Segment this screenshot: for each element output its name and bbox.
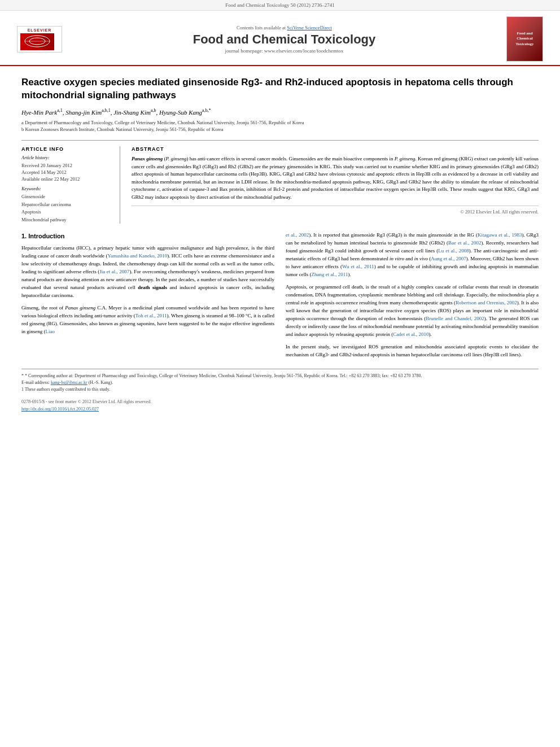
main-content: Reactive oxygen species mediated ginseno… xyxy=(0,66,560,423)
ref-liao[interactable]: Liao xyxy=(46,329,55,334)
death-signals-text: death signals xyxy=(138,285,167,290)
ref-yamashita[interactable]: Yamashita and Kaneko, 2010 xyxy=(107,253,167,259)
ref-zhang[interactable]: Zhang et al., 2011 xyxy=(312,272,348,277)
body-col-left: 1. Introduction Hepatocellular carcinoma… xyxy=(21,231,274,363)
top-bar: Food and Chemical Toxicology 50 (2012) 2… xyxy=(0,0,560,11)
article-info-abstract-section: ARTICLE INFO Article history: Received 2… xyxy=(21,140,539,224)
elsevier-text: ELSEVIER xyxy=(20,28,59,32)
affiliations: a Department of Pharmacology and Toxicol… xyxy=(21,119,539,134)
journal-header-center: Contents lists available at SciVerse Sci… xyxy=(62,25,506,54)
ref-wu[interactable]: Wu et al., 2011 xyxy=(342,264,374,269)
body-para-right-2: Apoptosis, or programmed cell death, is … xyxy=(286,283,539,339)
journal-title: Food and Chemical Toxicology xyxy=(62,32,506,47)
body-para-1: Hepatocellular carcinoma (HCC), a primar… xyxy=(21,244,274,300)
keyword-hepatocellular: Hepatocellular carcinoma xyxy=(21,201,112,209)
in-vitro: in vitro xyxy=(390,256,404,261)
body-col-right: et al., 2002). It is reported that ginse… xyxy=(286,231,539,363)
email-text: E-mail address: xyxy=(21,380,51,385)
ref-liao-et-al[interactable]: et al., 2002 xyxy=(286,232,309,238)
ref-robertson[interactable]: Robertson and Orrenius, 2002 xyxy=(456,300,517,305)
section1-title: 1. Introduction xyxy=(21,231,274,241)
copyright-text: © 2012 Elsevier Ltd. All rights reserved… xyxy=(132,206,539,215)
journal-thumbnail: Food andChemicalToxicology xyxy=(506,16,543,62)
ref-jia[interactable]: Jia et al., 2007 xyxy=(99,269,129,274)
corresponding-text: * Corresponding author at: Department of… xyxy=(25,373,422,378)
footnote-corresponding: * * Corresponding author at: Department … xyxy=(21,373,539,379)
email-link[interactable]: kang-hs@jbnu.ac.kr xyxy=(51,380,88,385)
body-text-section: 1. Introduction Hepatocellular carcinoma… xyxy=(21,231,539,363)
p-ginseng-2: P. ginseng xyxy=(395,156,415,161)
available-date: Available online 22 May 2012 xyxy=(21,176,112,182)
footer-issn: 0278-6915/$ - see front matter © 2012 El… xyxy=(21,399,539,406)
cytochrome-c: c xyxy=(157,186,159,192)
authors-line: Hye-Min Parka,1, Shang-jin Kima,b,1, Jin… xyxy=(21,108,539,116)
journal-citation: Food and Chemical Toxicology 50 (2012) 2… xyxy=(225,2,335,8)
p-ginseng-italic: P. ginseng xyxy=(166,156,187,161)
ref-bae[interactable]: Bae et al., 2002 xyxy=(448,240,482,246)
ref-kitagawa[interactable]: Kitagawa et al., 1983 xyxy=(478,232,522,238)
panax-ginseng-body: Panax ginseng xyxy=(65,305,95,311)
panax-ginseng-italic: Panax ginseng xyxy=(132,156,163,161)
abstract-column: ABSTRACT Panax ginseng (P. ginseng) has … xyxy=(132,146,539,224)
ref-lu[interactable]: Lu et al., 2008 xyxy=(438,248,469,254)
abstract-heading: ABSTRACT xyxy=(132,146,539,152)
body-para-right-3: In the present study, we investigated RO… xyxy=(286,343,539,359)
elsevier-logo: ELSEVIER xyxy=(17,26,62,53)
email-name: (H.-S. Kang). xyxy=(88,380,113,385)
article-info-heading: ARTICLE INFO xyxy=(21,146,112,152)
journal-header: ELSEVIER Contents lists available at Sci… xyxy=(0,11,560,66)
affiliation-a: a Department of Pharmacology and Toxicol… xyxy=(21,119,539,126)
sciverse-link[interactable]: SciVerse ScienceDirect xyxy=(287,25,332,30)
ref-cadet[interactable]: Cadet et al., 2010 xyxy=(393,331,428,337)
footnote-equal: 1 These authors equally contributed to t… xyxy=(21,386,539,393)
footnote-section: * * Corresponding author at: Department … xyxy=(21,369,539,393)
body-para-right-1: et al., 2002). It is reported that ginse… xyxy=(286,231,539,279)
article-title: Reactive oxygen species mediated ginseno… xyxy=(21,76,539,102)
ref-brunelle[interactable]: Brunelle and Chandel, 2002 xyxy=(426,316,484,321)
author-hye: Hye-Min Park xyxy=(21,109,57,116)
history-label: Article history: xyxy=(21,155,112,160)
footer-section: 0278-6915/$ - see front matter © 2012 El… xyxy=(21,399,539,413)
keyword-ginsenoside: Ginsenoside xyxy=(21,193,112,201)
keyword-mitochondrial: Mitochondrial pathway xyxy=(21,216,112,224)
author-hyung: Hyung-Sub Kang xyxy=(159,109,202,116)
keyword-apoptosis: Apoptosis xyxy=(21,208,112,216)
footnote-email: E-mail address: kang-hs@jbnu.ac.kr (H.-S… xyxy=(21,379,539,386)
keywords-label: Keywords: xyxy=(21,186,112,191)
body-para-2: Ginseng, the root of Panax ginseng C.A. … xyxy=(21,304,274,336)
author-jin: Jin-Shang Kim xyxy=(113,109,151,116)
sciverse-line: Contents lists available at SciVerse Sci… xyxy=(62,25,506,30)
received-date: Received 20 January 2012 xyxy=(21,163,112,168)
ref-aung[interactable]: Aung et al., 2007 xyxy=(431,256,466,261)
ref-toh[interactable]: Toh et al., 2011 xyxy=(135,313,167,318)
author-shang: Shang-jin Kim xyxy=(65,109,102,116)
article-info-column: ARTICLE INFO Article history: Received 2… xyxy=(21,146,120,224)
doi-link[interactable]: http://dx.doi.org/10.1016/j.fct.2012.05.… xyxy=(21,407,99,412)
footer-doi: http://dx.doi.org/10.1016/j.fct.2012.05.… xyxy=(21,406,539,413)
accepted-date: Accepted 14 May 2012 xyxy=(21,169,112,175)
in-vivo: in vivo xyxy=(414,256,428,261)
abstract-text: Panax ginseng (P. ginseng) has anti-canc… xyxy=(132,155,539,201)
journal-homepage: journal homepage: www.elsevier.com/locat… xyxy=(62,48,506,54)
affiliation-b: b Korean Zoonoses Research Institute, Ch… xyxy=(21,126,539,133)
